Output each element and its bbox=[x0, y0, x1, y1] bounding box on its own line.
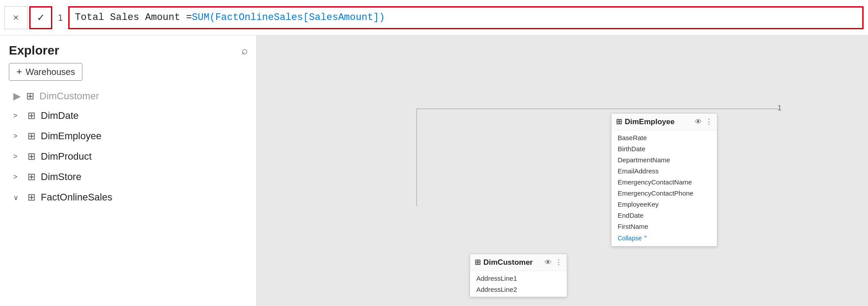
item-label: DimDate bbox=[41, 110, 79, 122]
explorer-title: Explorer bbox=[9, 43, 59, 58]
field-enddate: EndDate bbox=[611, 210, 717, 221]
confirm-icon: ✓ bbox=[37, 12, 45, 24]
cancel-button[interactable]: × bbox=[4, 6, 27, 29]
table-icon: ⊞ bbox=[27, 171, 35, 183]
add-warehouse-label: Warehouses bbox=[26, 67, 75, 77]
field-emergencycontactname: EmergencyContactName bbox=[611, 177, 717, 188]
list-item[interactable]: > ⊞ DimEmployee bbox=[0, 126, 257, 146]
formula-text-function: SUM(FactOnlineSales[SalesAmount]) bbox=[192, 12, 385, 23]
field-birthdate: BirthDate bbox=[611, 143, 717, 154]
card-body: AddressLine1 AddressLine2 bbox=[470, 271, 567, 297]
sidebar: Explorer ⌕ + Warehouses ▶ ⊞ DimCustomer … bbox=[0, 35, 257, 306]
card-title-area: ⊞ DimCustomer bbox=[475, 258, 533, 267]
dim-employee-card-header: ⊞ DimEmployee 👁 ⋮ bbox=[611, 114, 717, 130]
collapse-label: Collapse bbox=[618, 235, 642, 242]
formula-line-number: 1 bbox=[58, 12, 63, 23]
item-label: FactOnlineSales bbox=[41, 192, 112, 203]
field-departmentname: DepartmentName bbox=[611, 154, 717, 165]
eye-icon[interactable]: 👁 bbox=[695, 118, 702, 126]
canvas-area[interactable]: 1 ⊞ DimEmployee 👁 ⋮ BaseRate BirthDate D… bbox=[257, 35, 868, 306]
card-title: DimCustomer bbox=[483, 258, 533, 267]
connector-line bbox=[416, 109, 780, 110]
cancel-icon: × bbox=[13, 12, 19, 24]
field-emailaddress: EmailAddress bbox=[611, 165, 717, 177]
sidebar-tree: ▶ ⊞ DimCustomer > ⊞ DimDate > ⊞ DimEmplo… bbox=[0, 87, 257, 306]
formula-text-static: Total Sales Amount = bbox=[75, 12, 192, 23]
line-number-label: 1 bbox=[778, 104, 782, 112]
list-item[interactable]: ▶ ⊞ DimCustomer bbox=[0, 87, 257, 106]
list-item[interactable]: > ⊞ DimStore bbox=[0, 167, 257, 187]
formula-bar: × ✓ 1 Total Sales Amount = SUM(FactOnlin… bbox=[0, 0, 868, 35]
connector-line bbox=[416, 109, 417, 206]
item-label: DimStore bbox=[41, 171, 82, 183]
more-icon[interactable]: ⋮ bbox=[705, 118, 712, 126]
dim-employee-card: ⊞ DimEmployee 👁 ⋮ BaseRate BirthDate Dep… bbox=[611, 113, 717, 247]
item-label: DimProduct bbox=[41, 151, 92, 162]
chevron-down-icon: ∨ bbox=[13, 193, 22, 202]
field-addressline2: AddressLine2 bbox=[470, 284, 567, 295]
list-item[interactable]: ∨ ⊞ FactOnlineSales bbox=[0, 187, 257, 208]
more-icon[interactable]: ⋮ bbox=[555, 258, 562, 267]
collapse-button[interactable]: Collapse ⌃ bbox=[611, 232, 717, 244]
field-baserate: BaseRate bbox=[611, 132, 717, 143]
card-header-actions: 👁 ⋮ bbox=[545, 258, 562, 267]
chevron-right-icon: > bbox=[13, 153, 22, 161]
plus-icon: + bbox=[16, 66, 22, 78]
card-title-area: ⊞ DimEmployee bbox=[616, 117, 674, 126]
chevron-right-icon: > bbox=[13, 173, 22, 181]
dim-customer-card-header: ⊞ DimCustomer 👁 ⋮ bbox=[470, 254, 567, 271]
table-icon: ⊞ bbox=[27, 130, 35, 142]
field-emergencycontactphone: EmergencyContactPhone bbox=[611, 188, 717, 199]
field-employeekey: EmployeeKey bbox=[611, 199, 717, 210]
confirm-button[interactable]: ✓ bbox=[29, 6, 52, 29]
chevron-right-icon: > bbox=[13, 132, 22, 140]
card-title: DimEmployee bbox=[625, 118, 674, 126]
search-icon: ⌕ bbox=[241, 44, 248, 56]
list-item[interactable]: > ⊞ DimProduct bbox=[0, 146, 257, 167]
field-addressline1: AddressLine1 bbox=[470, 273, 567, 284]
field-firstname: FirstName bbox=[611, 221, 717, 232]
card-table-icon: ⊞ bbox=[475, 258, 481, 267]
collapse-icon: ⌃ bbox=[643, 235, 648, 242]
eye-icon[interactable]: 👁 bbox=[545, 259, 552, 267]
table-icon: ⊞ bbox=[27, 151, 35, 162]
sidebar-header: Explorer ⌕ bbox=[0, 35, 257, 63]
chevron-right-icon: > bbox=[13, 112, 22, 120]
table-icon: ⊞ bbox=[27, 192, 35, 203]
card-header-actions: 👁 ⋮ bbox=[695, 118, 712, 126]
item-label: DimEmployee bbox=[41, 130, 101, 142]
chevron-right-icon: ▶ bbox=[13, 90, 21, 102]
card-body: BaseRate BirthDate DepartmentName EmailA… bbox=[611, 130, 717, 246]
main-content: Explorer ⌕ + Warehouses ▶ ⊞ DimCustomer … bbox=[0, 35, 868, 306]
item-label: DimCustomer bbox=[39, 90, 99, 102]
dim-customer-card: ⊞ DimCustomer 👁 ⋮ AddressLine1 AddressLi… bbox=[470, 254, 567, 297]
search-button[interactable]: ⌕ bbox=[241, 44, 248, 57]
table-icon: ⊞ bbox=[27, 110, 35, 122]
add-warehouse-button[interactable]: + Warehouses bbox=[9, 63, 82, 81]
card-table-icon: ⊞ bbox=[616, 117, 622, 126]
table-icon: ⊞ bbox=[26, 90, 34, 102]
list-item[interactable]: > ⊞ DimDate bbox=[0, 106, 257, 126]
formula-input[interactable]: Total Sales Amount = SUM(FactOnlineSales… bbox=[68, 6, 864, 29]
